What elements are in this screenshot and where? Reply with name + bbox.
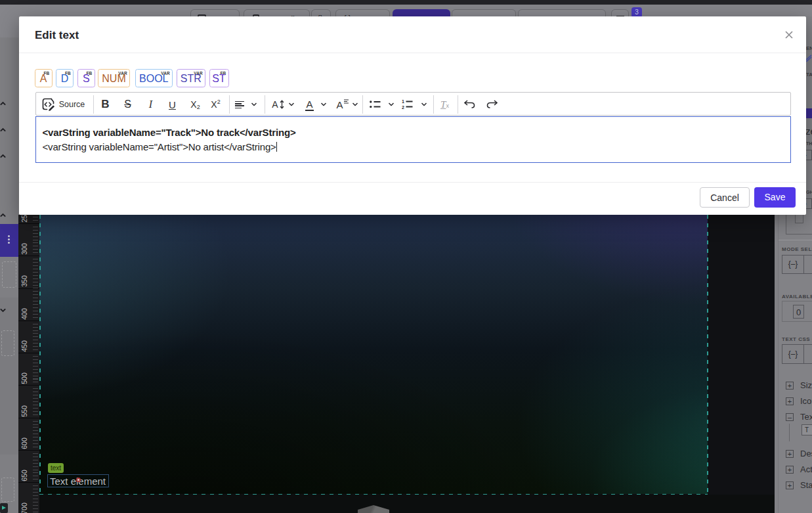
svg-text:2: 2 bbox=[402, 105, 404, 110]
svg-text:1: 1 bbox=[402, 99, 404, 104]
